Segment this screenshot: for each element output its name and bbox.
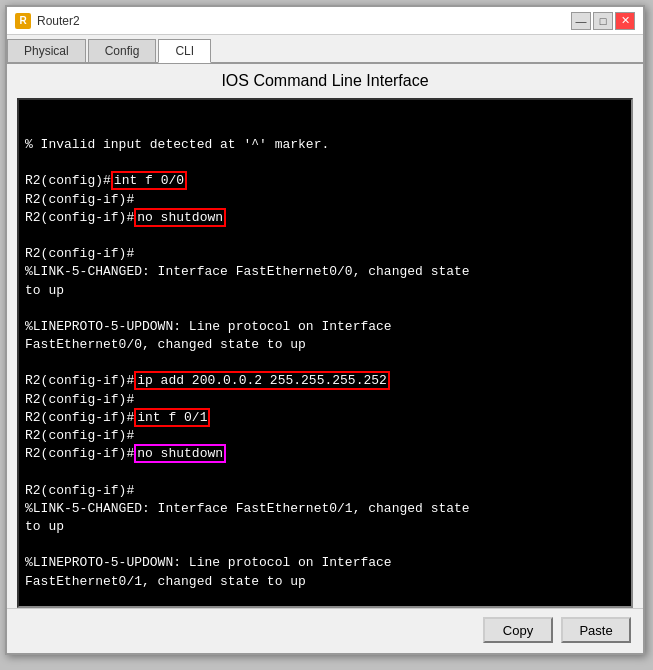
router-window: R Router2 — □ ✕ Physical Config CLI IOS … bbox=[5, 5, 645, 655]
cli-terminal[interactable]: % Invalid input detected at '^' marker. … bbox=[17, 98, 633, 608]
highlight-ip-add-1: ip add 200.0.0.2 255.255.255.252 bbox=[134, 371, 390, 390]
paste-button[interactable]: Paste bbox=[561, 617, 631, 643]
page-title: IOS Command Line Interface bbox=[7, 64, 643, 98]
title-bar: R Router2 — □ ✕ bbox=[7, 7, 643, 35]
highlight-no-shutdown-1: no shutdown bbox=[134, 208, 226, 227]
tab-bar: Physical Config CLI bbox=[7, 35, 643, 64]
close-button[interactable]: ✕ bbox=[615, 12, 635, 30]
tab-physical[interactable]: Physical bbox=[7, 39, 86, 62]
highlight-no-shutdown-2: no shutdown bbox=[134, 444, 226, 463]
tab-config[interactable]: Config bbox=[88, 39, 157, 62]
maximize-button[interactable]: □ bbox=[593, 12, 613, 30]
tab-cli[interactable]: CLI bbox=[158, 39, 211, 63]
highlight-int-f01: int f 0/1 bbox=[134, 408, 210, 427]
window-controls: — □ ✕ bbox=[571, 12, 635, 30]
copy-button[interactable]: Copy bbox=[483, 617, 553, 643]
bottom-bar: Copy Paste bbox=[7, 608, 643, 651]
highlight-int-f00: int f 0/0 bbox=[111, 171, 187, 190]
cli-output: % Invalid input detected at '^' marker. … bbox=[25, 136, 625, 608]
minimize-button[interactable]: — bbox=[571, 12, 591, 30]
window-title: Router2 bbox=[37, 14, 80, 28]
app-icon: R bbox=[15, 13, 31, 29]
title-bar-left: R Router2 bbox=[15, 13, 80, 29]
